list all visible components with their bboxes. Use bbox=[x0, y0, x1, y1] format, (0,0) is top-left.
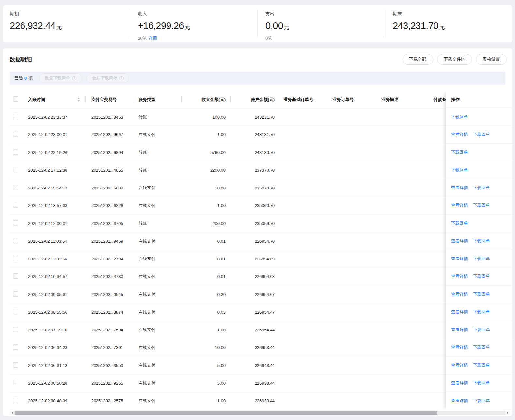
view-detail-link[interactable]: 查看详情 bbox=[451, 398, 468, 404]
download-receipt-link[interactable]: 下载回单 bbox=[473, 291, 490, 297]
row-checkbox[interactable] bbox=[13, 132, 18, 137]
view-detail-link[interactable]: 查看详情 bbox=[451, 380, 468, 386]
table-settings-button[interactable]: 表格设置 bbox=[476, 54, 507, 65]
view-detail-link[interactable]: 查看详情 bbox=[451, 327, 468, 333]
scroll-left-arrow[interactable] bbox=[10, 411, 14, 415]
view-detail-link[interactable]: 查看详情 bbox=[451, 362, 468, 368]
view-detail-link[interactable]: 查看详情 bbox=[451, 273, 468, 279]
batch-download-label: 批量下载回单 bbox=[45, 75, 70, 81]
row-checkbox[interactable] bbox=[13, 273, 18, 279]
row-select-cell bbox=[10, 179, 25, 197]
row-checkbox[interactable] bbox=[13, 344, 18, 350]
row-checkbox[interactable] bbox=[13, 362, 18, 368]
view-detail-link[interactable]: 查看详情 bbox=[451, 185, 468, 191]
cell-balance: 226938.44 bbox=[231, 374, 280, 392]
cell-time: 2025-12-02 11:01:56 bbox=[25, 250, 86, 268]
row-checkbox[interactable] bbox=[13, 220, 18, 226]
page-title: 数据明细 bbox=[10, 56, 32, 63]
row-checkbox[interactable] bbox=[13, 398, 18, 403]
cell-amount: 2200.00 bbox=[182, 161, 231, 179]
select-all-checkbox[interactable] bbox=[13, 96, 18, 102]
scroll-right-arrow[interactable] bbox=[505, 411, 510, 415]
cell-amount: 0.20 bbox=[182, 286, 231, 303]
row-actions: 下载回单 bbox=[446, 161, 512, 179]
cell-description bbox=[377, 108, 430, 126]
sort-icon[interactable] bbox=[77, 98, 80, 102]
download-receipt-link[interactable]: 下载回单 bbox=[473, 380, 490, 386]
scrollbar-thumb[interactable] bbox=[15, 411, 437, 415]
cell-description bbox=[377, 303, 430, 321]
row-checkbox[interactable] bbox=[13, 238, 18, 243]
cell-txn-id: 20251202...8453 bbox=[86, 108, 134, 126]
download-receipt-link[interactable]: 下载回单 bbox=[473, 362, 490, 368]
row-actions: 查看详情下载回单 bbox=[446, 286, 512, 303]
merge-download-receipt-button[interactable]: 合并下载回单i bbox=[86, 73, 129, 83]
cell-txn-id: 20251202...3874 bbox=[86, 303, 134, 321]
cell-type: 在线支付 bbox=[134, 374, 182, 392]
cell-description bbox=[377, 232, 430, 250]
row-checkbox[interactable] bbox=[13, 291, 18, 297]
row-checkbox[interactable] bbox=[13, 203, 18, 208]
merge-download-label: 合并下载回单 bbox=[92, 75, 117, 81]
row-checkbox[interactable] bbox=[13, 114, 18, 119]
selected-prefix: 已选 bbox=[14, 75, 23, 81]
download-receipt-link[interactable]: 下载回单 bbox=[451, 167, 468, 173]
column-header-description: 业务描述 bbox=[377, 91, 430, 108]
batch-download-receipt-button[interactable]: 批量下载回单i bbox=[39, 73, 82, 83]
download-receipt-link[interactable]: 下载回单 bbox=[473, 398, 490, 404]
cell-order bbox=[329, 339, 377, 357]
view-detail-link[interactable]: 查看详情 bbox=[451, 344, 468, 350]
scrollbar-track[interactable] bbox=[14, 411, 505, 415]
cell-balance: 226953.44 bbox=[231, 339, 280, 357]
download-all-button[interactable]: 下载全部 bbox=[403, 54, 433, 65]
download-receipt-link[interactable]: 下载回单 bbox=[451, 220, 468, 226]
table-row: 2025-12-02 22:19:2620251202...6804转账5760… bbox=[10, 144, 478, 161]
view-detail-link[interactable]: 查看详情 bbox=[451, 291, 468, 297]
row-checkbox[interactable] bbox=[13, 309, 18, 314]
row-checkbox[interactable] bbox=[13, 185, 18, 190]
cell-type: 在线支付 bbox=[134, 197, 182, 215]
row-actions: 查看详情下载回单 bbox=[446, 303, 512, 321]
cell-description bbox=[377, 179, 430, 197]
download-file-zone-button[interactable]: 下载文件区 bbox=[437, 54, 472, 65]
download-receipt-link[interactable]: 下载回单 bbox=[473, 327, 490, 333]
cell-base-order bbox=[280, 303, 329, 321]
row-checkbox[interactable] bbox=[13, 256, 18, 261]
cell-type: 转账 bbox=[134, 215, 182, 232]
download-receipt-link[interactable]: 下载回单 bbox=[473, 273, 490, 279]
download-receipt-link[interactable]: 下载回单 bbox=[473, 203, 490, 208]
cell-time: 2025-12-02 06:34:28 bbox=[25, 339, 86, 357]
horizontal-scrollbar[interactable] bbox=[10, 411, 510, 415]
income-detail-link[interactable]: 详细 bbox=[148, 36, 157, 41]
column-header-order: 业务订单号 bbox=[329, 91, 377, 108]
row-actions: 查看详情下载回单 bbox=[446, 268, 512, 286]
download-receipt-link[interactable]: 下载回单 bbox=[451, 114, 468, 120]
row-checkbox[interactable] bbox=[13, 167, 18, 172]
cell-balance: 226954.68 bbox=[231, 268, 280, 286]
cell-balance: 226933.44 bbox=[231, 392, 280, 410]
download-receipt-link[interactable]: 下载回单 bbox=[473, 185, 490, 191]
download-receipt-link[interactable]: 下载回单 bbox=[473, 238, 490, 244]
cell-amount: 0.01 bbox=[182, 232, 231, 250]
download-receipt-link[interactable]: 下载回单 bbox=[473, 344, 490, 350]
view-detail-link[interactable]: 查看详情 bbox=[451, 203, 468, 208]
table-header-row: 入账时间 支付宝交易号 账务类型 收支金额(元) 账户余额(元) 业务基础订单号… bbox=[10, 91, 478, 108]
table-row: 2025-12-02 13:57:3320251202...6226在线支付1.… bbox=[10, 197, 478, 215]
cell-txn-id: 20251202...9265 bbox=[86, 374, 134, 392]
row-checkbox[interactable] bbox=[13, 327, 18, 332]
row-select-cell bbox=[10, 215, 25, 232]
column-header-time[interactable]: 入账时间 bbox=[25, 91, 86, 108]
download-receipt-link[interactable]: 下载回单 bbox=[473, 132, 490, 137]
download-receipt-link[interactable]: 下载回单 bbox=[451, 149, 468, 155]
view-detail-link[interactable]: 查看详情 bbox=[451, 132, 468, 137]
download-receipt-link[interactable]: 下载回单 bbox=[473, 256, 490, 262]
cell-base-order bbox=[280, 268, 329, 286]
row-actions: 下载回单 bbox=[446, 108, 512, 126]
view-detail-link[interactable]: 查看详情 bbox=[451, 238, 468, 244]
view-detail-link[interactable]: 查看详情 bbox=[451, 309, 468, 315]
download-receipt-link[interactable]: 下载回单 bbox=[473, 309, 490, 315]
row-checkbox[interactable] bbox=[13, 380, 18, 385]
cell-description bbox=[377, 357, 430, 374]
row-checkbox[interactable] bbox=[13, 149, 18, 155]
view-detail-link[interactable]: 查看详情 bbox=[451, 256, 468, 262]
